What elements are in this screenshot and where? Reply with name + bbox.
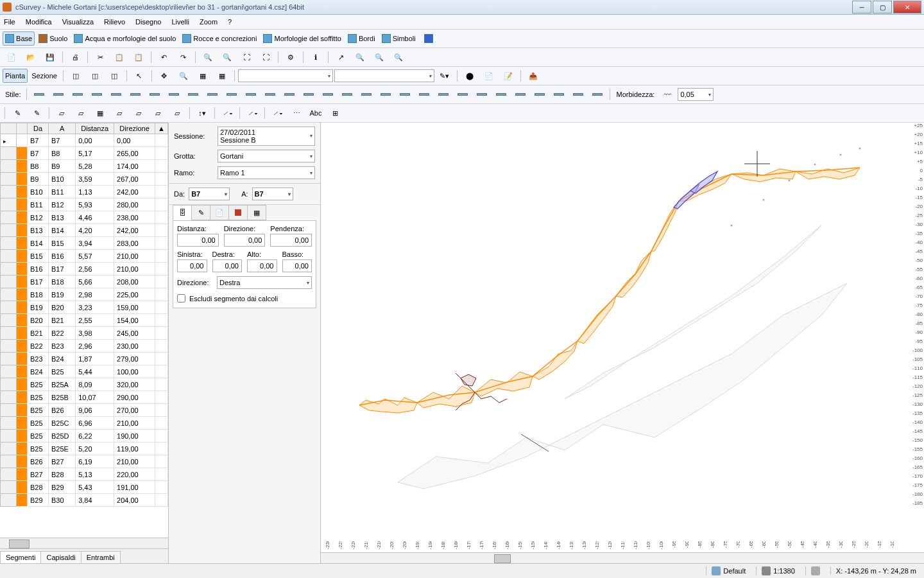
minitab-db[interactable]: 🗄: [173, 205, 192, 220]
style-29[interactable]: [569, 87, 587, 101]
cut-button[interactable]: ✂: [91, 50, 109, 64]
style-2[interactable]: [49, 87, 67, 101]
table-row[interactable]: B18B192,98225,00: [1, 288, 168, 301]
zoom-sel-button[interactable]: ⛶: [257, 50, 275, 64]
tool-a-button[interactable]: ↗: [332, 50, 350, 64]
layer-extra-button[interactable]: [420, 31, 438, 46]
table-row[interactable]: B16B172,56210,00: [1, 263, 168, 276]
tool-b-button[interactable]: 🔍: [351, 50, 369, 64]
panel2-button[interactable]: ◫: [86, 69, 104, 83]
table-row[interactable]: B27B285,13220,00: [1, 468, 168, 481]
table-row[interactable]: B29B303,84204,00: [1, 494, 168, 507]
table-row[interactable]: B11B125,93280,00: [1, 198, 168, 211]
save-button[interactable]: 💾: [41, 50, 59, 64]
style-20[interactable]: [396, 87, 414, 101]
style-7[interactable]: [146, 87, 164, 101]
sinistra-field[interactable]: 0,00: [177, 259, 207, 272]
minitab-edit[interactable]: ✎: [191, 205, 210, 220]
style-4[interactable]: [88, 87, 106, 101]
menu-zoom[interactable]: Zoom: [200, 18, 218, 26]
tab-segmenti[interactable]: Segmenti: [0, 551, 41, 563]
ramo-combo[interactable]: Ramo 1▾: [218, 166, 315, 179]
paste-button[interactable]: 📋: [130, 50, 148, 64]
table-row[interactable]: B15B165,57210,00: [1, 250, 168, 263]
table-row[interactable]: B21B223,98245,00: [1, 327, 168, 340]
pen-button[interactable]: ✎▾: [436, 69, 454, 83]
segments-grid[interactable]: Da A Distanza Direzione ▲ B7B70,000,00B7…: [0, 123, 168, 538]
table-row[interactable]: B8B95,28174,00: [1, 160, 168, 173]
style-12[interactable]: [242, 87, 260, 101]
style-28[interactable]: [550, 87, 568, 101]
open-button[interactable]: 📂: [22, 50, 40, 64]
layer-simboli-button[interactable]: Simboli: [379, 31, 418, 46]
circle-button[interactable]: ⬤: [461, 69, 479, 83]
col-da[interactable]: Da: [28, 123, 49, 134]
destra-field[interactable]: 0,00: [212, 259, 243, 272]
close-button[interactable]: ✕: [893, 1, 921, 13]
edit-button[interactable]: 📝: [499, 69, 517, 83]
draw-4[interactable]: ▱: [72, 106, 90, 120]
basso-field[interactable]: 0,00: [282, 259, 312, 272]
new-button[interactable]: 📄: [3, 50, 21, 64]
zoom-in-button[interactable]: 🔍: [199, 50, 217, 64]
style-8[interactable]: [165, 87, 183, 101]
direzione-field[interactable]: 0,00: [224, 234, 266, 247]
tool-d-button[interactable]: 🔍: [389, 50, 407, 64]
draw-8[interactable]: ▱: [149, 106, 167, 120]
table-row[interactable]: B10B111,13242,00: [1, 186, 168, 198]
panel3-button[interactable]: ◫: [105, 69, 123, 83]
canvas-hscroll[interactable]: [321, 552, 924, 563]
status-grid[interactable]: [805, 566, 825, 575]
table-row[interactable]: B7B85,17265,00: [1, 147, 168, 160]
draw-10[interactable]: ↕▾: [193, 106, 211, 120]
menu-visualizza[interactable]: Visualizza: [62, 18, 94, 26]
draw-12[interactable]: ⟋▾: [243, 106, 261, 120]
menu-rilievo[interactable]: Rilievo: [104, 18, 125, 26]
minitab-note[interactable]: 📄: [210, 205, 229, 220]
redo-button[interactable]: ↷: [174, 50, 192, 64]
style-22[interactable]: [434, 87, 452, 101]
tab-entrambi[interactable]: Entrambi: [81, 551, 121, 563]
menu-disegno[interactable]: Disegno: [135, 18, 161, 26]
view-pianta-button[interactable]: Pianta: [3, 69, 28, 83]
table-row[interactable]: B28B295,43191,00: [1, 481, 168, 494]
table-row[interactable]: B22B232,96230,00: [1, 340, 168, 353]
zoom-fit-button[interactable]: ⛶: [237, 50, 255, 64]
zoom-tool-button[interactable]: 🔍: [175, 69, 193, 83]
panel1-button[interactable]: ◫: [67, 69, 85, 83]
escludi-checkbox[interactable]: [177, 294, 185, 302]
menu-help[interactable]: ?: [228, 18, 232, 26]
draw-7[interactable]: ▱: [130, 106, 148, 120]
doc-button[interactable]: 📄: [480, 69, 498, 83]
table-row[interactable]: B26B276,19210,00: [1, 455, 168, 468]
style-24[interactable]: [473, 87, 491, 101]
style-26[interactable]: [511, 87, 529, 101]
style-25[interactable]: [492, 87, 510, 101]
morb-icon[interactable]: 〰: [658, 87, 676, 101]
table-row[interactable]: B25B269,06270,00: [1, 404, 168, 417]
draw-1[interactable]: ✎: [8, 106, 26, 120]
pendenza-field[interactable]: 0,00: [270, 234, 312, 247]
distanza-field[interactable]: 0,00: [177, 234, 219, 247]
table-row[interactable]: B25B25E5,20119,00: [1, 442, 168, 455]
status-scale[interactable]: 1:1380: [756, 566, 800, 575]
grotta-combo[interactable]: Gortani▾: [218, 150, 315, 162]
copy-button[interactable]: 📋: [110, 50, 128, 64]
col-a[interactable]: A: [49, 123, 76, 134]
view-sezione-button[interactable]: Sezione: [29, 69, 60, 83]
draw-16[interactable]: ⊞: [326, 106, 344, 120]
table-row[interactable]: B17B185,66208,00: [1, 276, 168, 288]
menu-livelli[interactable]: Livelli: [171, 18, 189, 26]
undo-button[interactable]: ↶: [155, 50, 173, 64]
table-row[interactable]: B25B25C6,96210,00: [1, 417, 168, 430]
table-row[interactable]: B24B255,44100,00: [1, 365, 168, 378]
alto-field[interactable]: 0,00: [247, 259, 277, 272]
style-30[interactable]: [588, 87, 606, 101]
map-canvas[interactable]: +25+20+15+10+50-5-10-15-20-25-30-35-40-4…: [321, 123, 924, 563]
draw-6[interactable]: ▱: [110, 106, 128, 120]
style-14[interactable]: [280, 87, 298, 101]
style-18[interactable]: [357, 87, 375, 101]
menu-modifica[interactable]: Modifica: [26, 18, 52, 26]
style-5[interactable]: [107, 87, 125, 101]
style-3[interactable]: [69, 87, 87, 101]
